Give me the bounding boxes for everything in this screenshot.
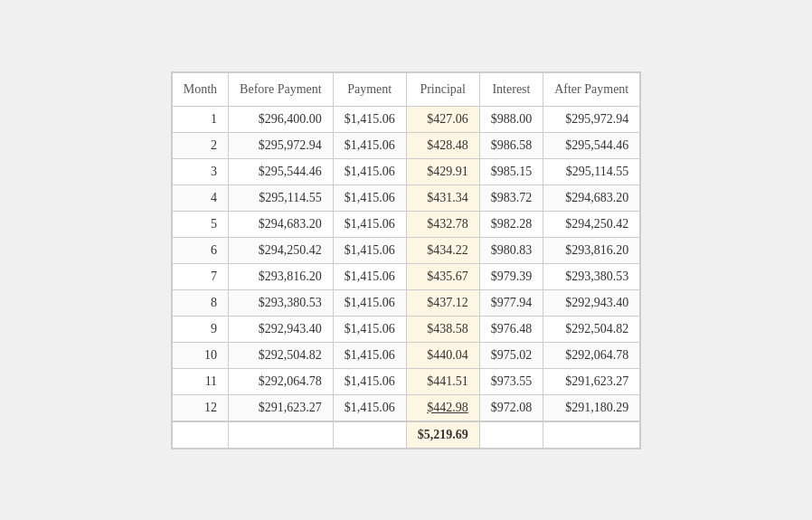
table-row: 10$292,504.82$1,415.06$440.04$975.02$292… — [172, 342, 639, 368]
cell-after-payment: $295,972.94 — [543, 106, 640, 132]
cell-principal: $441.51 — [406, 368, 479, 394]
cell-before-payment: $292,064.78 — [229, 368, 334, 394]
cell-payment: $1,415.06 — [333, 106, 406, 132]
cell-before-payment: $291,623.27 — [229, 394, 334, 421]
cell-principal: $432.78 — [406, 211, 479, 237]
footer-empty-1 — [172, 421, 228, 449]
cell-month: 11 — [172, 368, 228, 394]
cell-principal: $438.58 — [406, 316, 479, 342]
header-payment: Payment — [333, 72, 406, 106]
cell-after-payment: $293,380.53 — [543, 263, 640, 289]
cell-principal: $427.06 — [406, 106, 479, 132]
cell-after-payment: $294,250.42 — [543, 211, 640, 237]
cell-month: 2 — [172, 132, 228, 158]
footer-total-principal: $5,219.69 — [406, 421, 479, 449]
cell-month: 6 — [172, 237, 228, 263]
cell-interest: $977.94 — [479, 289, 543, 316]
header-after-payment: After Payment — [543, 72, 640, 106]
cell-after-payment: $291,180.29 — [543, 394, 640, 421]
cell-before-payment: $295,544.46 — [229, 158, 334, 184]
cell-payment: $1,415.06 — [333, 211, 406, 237]
cell-month: 4 — [172, 184, 228, 211]
cell-before-payment: $294,683.20 — [229, 211, 334, 237]
cell-before-payment: $293,816.20 — [229, 263, 334, 289]
table-row: 7$293,816.20$1,415.06$435.67$979.39$293,… — [172, 263, 639, 289]
cell-month: 12 — [172, 394, 228, 421]
cell-interest: $979.39 — [479, 263, 543, 289]
cell-principal: $429.91 — [406, 158, 479, 184]
table-row: 9$292,943.40$1,415.06$438.58$976.48$292,… — [172, 316, 639, 342]
cell-interest: $980.83 — [479, 237, 543, 263]
cell-before-payment: $295,972.94 — [229, 132, 334, 158]
cell-month: 5 — [172, 211, 228, 237]
table-row: 8$293,380.53$1,415.06$437.12$977.94$292,… — [172, 289, 639, 316]
footer-empty-5 — [543, 421, 640, 449]
cell-principal: $434.22 — [406, 237, 479, 263]
cell-after-payment: $292,504.82 — [543, 316, 640, 342]
table-row: 1$296,400.00$1,415.06$427.06$988.00$295,… — [172, 106, 639, 132]
cell-after-payment: $292,943.40 — [543, 289, 640, 316]
cell-interest: $972.08 — [479, 394, 543, 421]
table-row: 4$295,114.55$1,415.06$431.34$983.72$294,… — [172, 184, 639, 211]
footer-row: $5,219.69 — [172, 421, 639, 449]
header-before-payment: Before Payment — [229, 72, 334, 106]
amortization-table-wrapper: Month Before Payment Payment Principal I… — [171, 71, 641, 449]
footer-empty-2 — [229, 421, 334, 449]
table-body: 1$296,400.00$1,415.06$427.06$988.00$295,… — [172, 106, 639, 448]
cell-interest: $982.28 — [479, 211, 543, 237]
cell-payment: $1,415.06 — [333, 132, 406, 158]
table-row: 3$295,544.46$1,415.06$429.91$985.15$295,… — [172, 158, 639, 184]
cell-after-payment: $294,683.20 — [543, 184, 640, 211]
cell-after-payment: $295,544.46 — [543, 132, 640, 158]
cell-before-payment: $296,400.00 — [229, 106, 334, 132]
cell-before-payment: $293,380.53 — [229, 289, 334, 316]
cell-payment: $1,415.06 — [333, 342, 406, 368]
cell-month: 1 — [172, 106, 228, 132]
cell-after-payment: $291,623.27 — [543, 368, 640, 394]
cell-payment: $1,415.06 — [333, 158, 406, 184]
cell-payment: $1,415.06 — [333, 368, 406, 394]
header-interest: Interest — [479, 72, 543, 106]
cell-interest: $973.55 — [479, 368, 543, 394]
cell-after-payment: $292,064.78 — [543, 342, 640, 368]
cell-payment: $1,415.06 — [333, 184, 406, 211]
cell-principal: $442.98 — [406, 394, 479, 421]
cell-before-payment: $294,250.42 — [229, 237, 334, 263]
table-row: 12$291,623.27$1,415.06$442.98$972.08$291… — [172, 394, 639, 421]
cell-payment: $1,415.06 — [333, 394, 406, 421]
cell-principal: $440.04 — [406, 342, 479, 368]
cell-month: 3 — [172, 158, 228, 184]
header-row: Month Before Payment Payment Principal I… — [172, 72, 639, 106]
cell-interest: $986.58 — [479, 132, 543, 158]
cell-month: 7 — [172, 263, 228, 289]
cell-interest: $985.15 — [479, 158, 543, 184]
header-principal: Principal — [406, 72, 479, 106]
cell-interest: $976.48 — [479, 316, 543, 342]
cell-after-payment: $293,816.20 — [543, 237, 640, 263]
header-month: Month — [172, 72, 228, 106]
footer-empty-4 — [479, 421, 543, 449]
cell-month: 10 — [172, 342, 228, 368]
table-row: 11$292,064.78$1,415.06$441.51$973.55$291… — [172, 368, 639, 394]
cell-payment: $1,415.06 — [333, 237, 406, 263]
cell-before-payment: $292,504.82 — [229, 342, 334, 368]
table-row: 6$294,250.42$1,415.06$434.22$980.83$293,… — [172, 237, 639, 263]
cell-principal: $437.12 — [406, 289, 479, 316]
cell-payment: $1,415.06 — [333, 263, 406, 289]
cell-payment: $1,415.06 — [333, 289, 406, 316]
amortization-table: Month Before Payment Payment Principal I… — [172, 72, 640, 449]
table-row: 2$295,972.94$1,415.06$428.48$986.58$295,… — [172, 132, 639, 158]
cell-before-payment: $292,943.40 — [229, 316, 334, 342]
cell-principal: $435.67 — [406, 263, 479, 289]
cell-after-payment: $295,114.55 — [543, 158, 640, 184]
cell-month: 8 — [172, 289, 228, 316]
cell-interest: $975.02 — [479, 342, 543, 368]
cell-interest: $983.72 — [479, 184, 543, 211]
cell-month: 9 — [172, 316, 228, 342]
cell-payment: $1,415.06 — [333, 316, 406, 342]
table-row: 5$294,683.20$1,415.06$432.78$982.28$294,… — [172, 211, 639, 237]
footer-empty-3 — [333, 421, 406, 449]
cell-principal: $431.34 — [406, 184, 479, 211]
cell-interest: $988.00 — [479, 106, 543, 132]
cell-before-payment: $295,114.55 — [229, 184, 334, 211]
